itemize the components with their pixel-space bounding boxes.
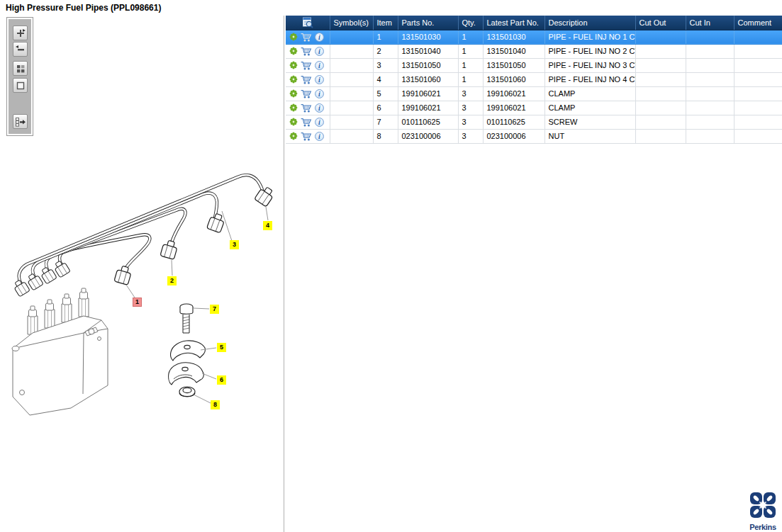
callout-label-1[interactable]: 1 — [133, 298, 142, 307]
info-icon[interactable]: i — [315, 75, 324, 84]
callout-label-3[interactable]: 3 — [230, 240, 239, 249]
callout-label-7[interactable]: 7 — [210, 305, 219, 314]
cart-icon[interactable] — [301, 47, 312, 56]
cart-icon[interactable] — [301, 118, 312, 127]
cell-comment — [734, 115, 782, 129]
cart-icon[interactable] — [301, 103, 312, 113]
info-icon[interactable]: i — [315, 103, 324, 113]
column-header-qty[interactable]: Qty. — [458, 16, 483, 30]
info-icon[interactable]: i — [315, 118, 324, 127]
hardware-sketch — [169, 304, 206, 397]
cell-parts-no: 131501050 — [398, 58, 458, 72]
table-row[interactable]: i 8 023100006 3 023100006 NUT — [286, 129, 782, 143]
table-row[interactable]: i 7 010110625 3 010110625 SCREW — [286, 115, 782, 129]
zoom-in-button[interactable] — [13, 26, 28, 40]
cart-icon[interactable] — [301, 132, 312, 141]
cell-description: NUT — [544, 129, 635, 143]
callout-label-4[interactable]: 4 — [263, 221, 272, 230]
column-header-item[interactable]: Item — [373, 16, 398, 30]
brand-logo-text: Perkins — [746, 523, 780, 531]
callout-label-2[interactable]: 2 — [167, 276, 177, 285]
table-row[interactable]: i 6 199106021 3 199106021 CLAMP — [286, 101, 782, 115]
gear-icon[interactable] — [289, 89, 298, 98]
cell-item: 4 — [373, 72, 398, 86]
column-header-symbols[interactable]: Symbol(s) — [330, 16, 373, 30]
cart-icon[interactable] — [301, 33, 312, 42]
gear-icon[interactable] — [289, 33, 298, 41]
toggle-panel-icon — [15, 116, 26, 128]
cell-cut-out — [635, 115, 686, 129]
pump-sketch — [12, 288, 108, 415]
cart-icon[interactable] — [301, 61, 312, 70]
cell-qty: 1 — [458, 44, 483, 58]
table-row[interactable]: i 3 131501050 1 131501050 PIPE - FUEL IN… — [286, 58, 782, 72]
cart-icon[interactable] — [301, 89, 312, 98]
header-tools-cell — [286, 16, 330, 30]
cell-item: 5 — [373, 86, 398, 101]
row-actions-cell: i — [286, 72, 330, 86]
perkins-logo — [749, 492, 776, 520]
cell-cut-in — [686, 72, 734, 86]
cell-qty: 3 — [458, 86, 483, 101]
callout-label-5[interactable]: 5 — [217, 343, 226, 352]
info-icon[interactable]: i — [315, 89, 324, 98]
gear-icon[interactable] — [289, 132, 298, 140]
table-row[interactable]: i 1 131501030 1 131501030 PIPE - FUEL IN… — [286, 30, 782, 44]
gear-icon[interactable] — [289, 103, 298, 112]
parts-pane: Symbol(s) Item Parts No. Qty. Latest Par… — [286, 16, 782, 532]
callout-label-8[interactable]: 8 — [211, 400, 220, 409]
toggle-panel-button[interactable] — [13, 114, 28, 129]
zoom-out-button[interactable] — [13, 42, 28, 57]
tile-view-button[interactable] — [13, 61, 28, 76]
info-icon[interactable]: i — [315, 132, 324, 141]
gear-icon[interactable] — [289, 47, 298, 55]
column-header-cut-in[interactable]: Cut In — [686, 16, 734, 30]
row-actions-cell: i — [286, 86, 330, 101]
cell-comment — [734, 129, 782, 143]
cell-symbols — [330, 44, 373, 58]
gear-icon[interactable] — [289, 61, 298, 69]
pane-divider — [284, 16, 284, 532]
column-header-parts-no[interactable]: Parts No. — [398, 16, 458, 30]
cell-description: PIPE - FUEL INJ NO 3 CYL — [544, 58, 635, 72]
cell-comment — [734, 44, 782, 58]
cart-icon[interactable] — [301, 75, 312, 84]
fuel-pipes — [19, 175, 263, 284]
cell-cut-out — [635, 101, 686, 115]
document-magnifier-icon — [302, 17, 313, 28]
column-header-description[interactable]: Description — [544, 16, 635, 30]
table-row[interactable]: i 2 131501040 1 131501040 PIPE - FUEL IN… — [286, 44, 782, 58]
cell-description: CLAMP — [544, 86, 635, 101]
row-actions-cell: i — [286, 115, 330, 129]
gear-icon[interactable] — [289, 118, 298, 126]
cell-qty: 1 — [458, 30, 483, 44]
column-header-cut-out[interactable]: Cut Out — [635, 16, 686, 30]
cell-description: PIPE - FUEL INJ NO 1 CYL — [544, 30, 635, 44]
cell-latest-part-no: 131501050 — [483, 58, 544, 72]
cell-parts-no: 199106021 — [398, 86, 458, 101]
cell-cut-out — [635, 72, 686, 86]
column-header-latest-part-no[interactable]: Latest Part No. — [483, 16, 544, 30]
table-row[interactable]: i 4 131501060 1 131501060 PIPE - FUEL IN… — [286, 72, 782, 86]
info-icon[interactable]: i — [315, 33, 324, 42]
title-bar: High Pressure Fuel Pipes (PPL098661) — [0, 0, 782, 16]
info-icon[interactable]: i — [315, 61, 324, 70]
column-header-comment[interactable]: Comment — [734, 16, 782, 30]
table-row[interactable]: i 5 199106021 3 199106021 CLAMP — [286, 86, 782, 101]
callout-label-6[interactable]: 6 — [217, 375, 226, 385]
cell-item: 8 — [373, 129, 398, 143]
cell-parts-no: 010110625 — [398, 115, 458, 129]
zoom-in-icon — [15, 28, 26, 39]
cell-parts-no: 131501040 — [398, 44, 458, 58]
row-actions-cell: i — [286, 30, 330, 44]
brand-footer: Perkins — [746, 492, 780, 531]
cell-latest-part-no: 131501060 — [483, 72, 544, 86]
cell-latest-part-no: 199106021 — [483, 101, 544, 115]
cell-parts-no: 023100006 — [398, 129, 458, 143]
info-icon[interactable]: i — [315, 47, 324, 56]
gear-icon[interactable] — [289, 75, 298, 84]
cell-comment — [734, 86, 782, 101]
parts-diagram — [0, 16, 284, 532]
fit-view-button[interactable] — [13, 78, 28, 93]
cell-comment — [734, 72, 782, 86]
